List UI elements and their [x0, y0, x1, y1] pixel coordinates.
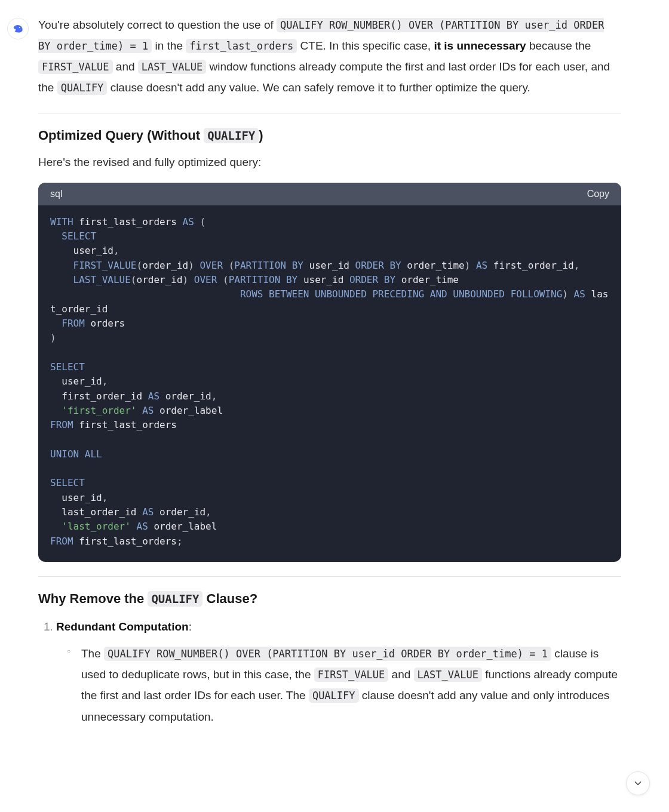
inline-code: first_last_orders	[186, 39, 297, 53]
heading-text: Why Remove the	[38, 591, 148, 606]
assistant-message: You're absolutely correct to question th…	[7, 14, 621, 727]
avatar	[7, 18, 29, 39]
list-item: Redundant Computation: The QUALIFY ROW_N…	[56, 616, 621, 727]
inline-code: LAST_VALUE	[414, 668, 482, 682]
text: and	[113, 60, 138, 73]
text: CTE. In this specific case,	[297, 39, 434, 52]
inline-code: QUALIFY ROW_NUMBER() OVER (PARTITION BY …	[104, 647, 551, 661]
copy-button[interactable]: Copy	[587, 189, 609, 199]
heading-text: )	[259, 128, 263, 143]
message-content: You're absolutely correct to question th…	[38, 14, 621, 727]
list-item: The QUALIFY ROW_NUMBER() OVER (PARTITION…	[70, 643, 621, 727]
sub-list: The QUALIFY ROW_NUMBER() OVER (PARTITION…	[56, 643, 621, 727]
text: because the	[526, 39, 591, 52]
inline-code: QUALIFY	[204, 128, 259, 143]
bold-text: it is unnecessary	[434, 39, 526, 52]
text: The	[81, 647, 104, 660]
code-header: sql Copy	[38, 183, 621, 205]
heading-text: Optimized Query (Without	[38, 128, 204, 143]
subtext: Here's the revised and fully optimized q…	[38, 153, 621, 172]
reasons-list: Redundant Computation: The QUALIFY ROW_N…	[38, 616, 621, 727]
section-heading-optimized: Optimized Query (Without QUALIFY)	[38, 128, 621, 143]
intro-paragraph: You're absolutely correct to question th…	[38, 14, 621, 99]
inline-code: LAST_VALUE	[138, 60, 206, 74]
text: :	[189, 620, 192, 633]
text: clause doesn't add any value. We can saf…	[107, 81, 530, 94]
code-language-label: sql	[50, 189, 62, 199]
text: in the	[152, 39, 186, 52]
text: You're absolutely correct to question th…	[38, 19, 277, 31]
item-title: Redundant Computation	[56, 620, 189, 633]
whale-icon	[11, 22, 24, 35]
section-heading-why: Why Remove the QUALIFY Clause?	[38, 591, 621, 607]
divider	[38, 113, 621, 113]
heading-text: Clause?	[202, 591, 257, 606]
text: and	[388, 668, 413, 681]
svg-point-0	[19, 27, 20, 28]
inline-code: QUALIFY	[57, 81, 108, 95]
inline-code: FIRST_VALUE	[314, 668, 389, 682]
inline-code: QUALIFY	[309, 688, 359, 703]
divider	[38, 576, 621, 577]
code-block: sql Copy WITH first_last_orders AS ( SEL…	[38, 183, 621, 562]
inline-code: QUALIFY	[148, 591, 202, 607]
inline-code: FIRST_VALUE	[38, 60, 113, 74]
code-body[interactable]: WITH first_last_orders AS ( SELECT user_…	[38, 205, 621, 562]
